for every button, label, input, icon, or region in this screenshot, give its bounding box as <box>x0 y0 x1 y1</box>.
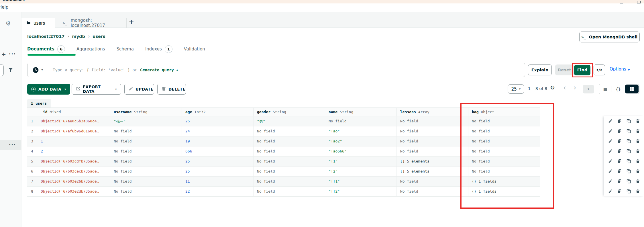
tab-users-collection[interactable]: users <box>21 18 55 28</box>
json-view-icon[interactable]: {} <box>612 87 625 91</box>
copy-document-icon[interactable] <box>617 138 622 144</box>
cell-age[interactable]: 25 <box>182 167 254 176</box>
query-input[interactable]: ▾ Type a query: { field: 'value' } orGen… <box>27 63 525 77</box>
export-to-language-button[interactable]: </> <box>594 64 605 75</box>
menu-help[interactable]: Help <box>0 5 8 10</box>
cell-gender[interactable]: No field <box>254 177 325 186</box>
cell-gender[interactable]: No field <box>254 167 325 176</box>
cell-lessons[interactable]: No field <box>397 146 468 156</box>
delete-document-icon[interactable] <box>635 169 640 174</box>
breadcrumb-connection[interactable]: localhost:27017 <box>27 34 64 39</box>
cell-lessons[interactable]: No field <box>397 136 468 146</box>
cell-_id[interactable]: ObjectId('67b03e2db735ade… <box>37 187 110 196</box>
copy-document-icon[interactable] <box>617 158 622 164</box>
clone-document-icon[interactable] <box>626 138 631 144</box>
cell-bag[interactable]: No field <box>468 136 540 146</box>
delete-document-icon[interactable] <box>635 148 640 154</box>
delete-document-icon[interactable] <box>635 189 640 194</box>
delete-document-icon[interactable] <box>635 128 640 134</box>
tab-indexes[interactable]: Indexes 1 <box>145 45 172 53</box>
cell-bag[interactable]: {} 1 fields <box>468 177 540 186</box>
delete-document-icon[interactable] <box>635 138 640 144</box>
edit-document-icon[interactable] <box>608 158 613 164</box>
column-header-username[interactable]: usernameString <box>110 108 182 116</box>
export-data-button[interactable]: EXPORT DATA ▾ <box>72 84 121 95</box>
list-view-icon[interactable]: ≡ <box>599 86 612 92</box>
add-data-button[interactable]: + ADD DATA ▾ <box>27 84 70 95</box>
clone-document-icon[interactable] <box>626 169 631 174</box>
edit-document-icon[interactable] <box>608 138 613 144</box>
column-header-gender[interactable]: genderString <box>254 108 325 116</box>
open-mongodb-shell-button[interactable]: >_ Open MongoDB shell <box>579 32 640 42</box>
table-view-icon[interactable] <box>625 85 639 93</box>
cell-lessons[interactable]: No field <box>397 116 468 126</box>
column-header-lessons[interactable]: lessonsArray <box>397 108 468 116</box>
find-button[interactable]: Find <box>574 65 590 75</box>
cell-age[interactable]: 25 <box>182 116 254 126</box>
refresh-icon[interactable]: ↻ <box>550 84 555 91</box>
cell-username[interactable]: "张三" <box>110 116 182 126</box>
cell-lessons[interactable]: [] 5 elements <box>397 167 468 176</box>
cell-bag[interactable]: No field <box>468 116 540 126</box>
clone-document-icon[interactable] <box>626 148 631 154</box>
add-connection-icon[interactable]: + <box>1 51 6 57</box>
explain-button[interactable]: Explain <box>528 64 552 75</box>
generate-query-link[interactable]: Generate query <box>140 68 174 72</box>
column-header-name[interactable]: nameString <box>325 108 397 116</box>
cell-age[interactable]: 24 <box>182 126 254 136</box>
clone-document-icon[interactable] <box>626 118 631 124</box>
cell-username[interactable]: No field <box>110 156 182 166</box>
cell-bag[interactable]: {} 1 fields <box>468 187 540 196</box>
window-restore-icon[interactable] <box>620 1 623 3</box>
copy-document-icon[interactable] <box>617 148 622 154</box>
cell-bag[interactable]: No field <box>468 156 540 166</box>
delete-document-icon[interactable] <box>635 118 640 124</box>
breadcrumb-database[interactable]: mydb <box>72 34 85 39</box>
cell-age[interactable]: 11 <box>182 177 254 186</box>
reset-button[interactable]: Reset <box>555 64 574 75</box>
cell-username[interactable]: No field <box>110 126 182 136</box>
cell-bag[interactable]: No field <box>468 126 540 136</box>
cell-username[interactable]: No field <box>110 167 182 176</box>
cell-username[interactable]: No field <box>110 187 182 196</box>
table-breadcrumb-chip[interactable]: ⌂ users <box>27 99 51 107</box>
cell-lessons[interactable]: No field <box>397 126 468 136</box>
breadcrumb-collection[interactable]: users <box>93 34 105 39</box>
query-history-icon[interactable] <box>33 67 39 73</box>
tab-aggregations[interactable]: Aggregations <box>76 46 105 52</box>
cell-name[interactable]: No field <box>325 116 397 126</box>
clone-document-icon[interactable] <box>626 179 631 184</box>
copy-document-icon[interactable] <box>617 128 622 134</box>
window-close-icon[interactable] <box>637 1 641 3</box>
column-header-_id[interactable]: _idMixed <box>37 108 110 116</box>
edit-document-icon[interactable] <box>608 169 613 174</box>
cell-age[interactable]: 19 <box>182 136 254 146</box>
column-header-bag[interactable]: bagObject <box>468 108 540 116</box>
cell-age[interactable]: 25 <box>182 156 254 166</box>
cell-gender[interactable]: No field <box>254 136 325 146</box>
clone-document-icon[interactable] <box>626 128 631 134</box>
copy-document-icon[interactable] <box>617 189 622 194</box>
page-size-select[interactable]: 25 ▾ <box>508 84 524 94</box>
cell-_id[interactable]: ObjectId('67b03cdfb735ade… <box>37 156 110 166</box>
column-header-age[interactable]: ageInt32 <box>182 108 254 116</box>
cell-gender[interactable]: No field <box>254 187 325 196</box>
next-page-icon[interactable]: › <box>574 84 576 91</box>
item-menu-icon[interactable]: ••• <box>9 143 16 146</box>
edit-document-icon[interactable] <box>608 128 613 134</box>
cell-gender[interactable]: No field <box>254 146 325 156</box>
cell-_id[interactable]: ObjectId('67af6b96d61606a… <box>37 126 110 136</box>
sidebar-item-hovered[interactable]: ••• <box>0 140 21 150</box>
tab-mongosh[interactable]: >_ mongosh: localhost:27017 <box>55 18 127 28</box>
tab-validation[interactable]: Validation <box>184 46 205 52</box>
delete-document-icon[interactable] <box>635 179 640 184</box>
cell-lessons[interactable]: No field <box>397 187 468 196</box>
chevron-down-icon[interactable]: ▾ <box>41 68 43 72</box>
cell-gender[interactable]: No field <box>254 156 325 166</box>
edit-document-icon[interactable] <box>608 118 613 124</box>
new-tab-button[interactable]: + <box>129 19 134 25</box>
cell-bag[interactable]: No field <box>468 146 540 156</box>
edit-document-icon[interactable] <box>608 179 613 184</box>
cell-age[interactable]: 22 <box>182 187 254 196</box>
prev-page-icon[interactable]: ‹ <box>563 84 566 91</box>
